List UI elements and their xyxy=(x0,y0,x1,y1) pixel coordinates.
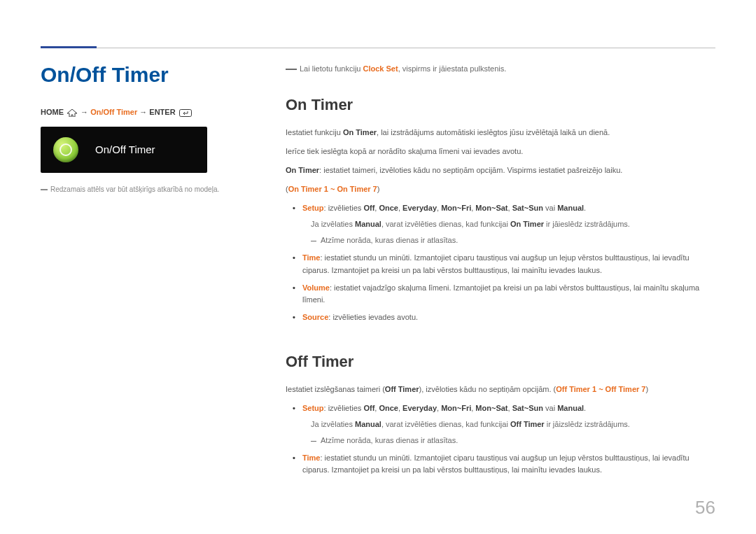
txt: : izvēlieties xyxy=(324,204,364,212)
txt-bold: Manual xyxy=(355,220,382,228)
txt: Ja izvēlaties xyxy=(311,220,355,228)
opt: Manual xyxy=(557,204,584,212)
left-footnote: Redzamais attēls var būt atšķirīgs atkar… xyxy=(41,185,251,193)
volume-label: Volume xyxy=(302,283,330,292)
enter-icon xyxy=(179,109,192,117)
on-setup-dash: Atzīme norāda, kuras dienas ir atlasītas… xyxy=(286,234,715,246)
on-timer-p2: Ierīce tiek ieslēgta kopā ar norādīto sk… xyxy=(286,146,715,157)
txt: : iestatiet taimeri, izvēloties kādu no … xyxy=(319,166,622,174)
opt: Once xyxy=(379,404,398,412)
txt: ir jāieslēdz izstrādājums. xyxy=(544,220,630,228)
on-timer-list2: Time: iestatiet stundu un minūti. Izmant… xyxy=(286,252,715,323)
txt: : izvēlieties ievades avotu. xyxy=(328,313,418,321)
txt: , varat izvēlēties dienas, kad funkcijai xyxy=(382,220,510,228)
txt: Iestatiet funkciju xyxy=(286,128,343,136)
off-timer-heading: Off Timer xyxy=(286,350,715,374)
opt: Off xyxy=(363,204,374,212)
off-timer-range: Off Timer 1 ~ Off Timer 7 xyxy=(556,385,645,393)
txt: Ja izvēlaties xyxy=(311,420,355,428)
off-timer-list: Setup: izvēlieties Off, Once, Everyday, … xyxy=(286,402,715,414)
txt: Atzīme norāda, kuras dienas ir atlasītas… xyxy=(321,236,458,244)
txt: : iestatiet vajadzīgo skaļuma līmeni. Iz… xyxy=(302,283,699,304)
left-column: On/Off Timer HOME → On/Off Timer → ENTER… xyxy=(41,63,251,506)
opt: Mon~Sat xyxy=(475,204,507,212)
txt: ), izvēloties kādu no septiņām opcijām. … xyxy=(419,385,556,393)
left-footnote-text: Redzamais attēls var būt atšķirīgs atkar… xyxy=(50,185,219,193)
list-item: Time: iestatiet stundu un minūti. Izmant… xyxy=(302,452,715,476)
off-timer-list2: Time: iestatiet stundu un minūti. Izmant… xyxy=(286,452,715,476)
breadcrumb: HOME → On/Off Timer → ENTER xyxy=(41,108,251,117)
on-timer-list: Setup: izvēlieties Off, Once, Everyday, … xyxy=(286,202,715,214)
page-number: 56 xyxy=(695,497,715,519)
top-divider-accent xyxy=(41,46,97,48)
setup-label: Setup xyxy=(302,404,324,412)
setup-label: Setup xyxy=(302,204,324,212)
txt-bold: Manual xyxy=(355,420,382,428)
lead-note-pre: Lai lietotu funkciju xyxy=(300,64,363,73)
txt: : izvēlieties xyxy=(324,404,364,412)
txt-bold: Off Timer xyxy=(510,420,545,428)
opt: Sat~Sun xyxy=(512,204,543,212)
breadcrumb-path: On/Off Timer xyxy=(90,108,137,116)
txt-bold: On Timer xyxy=(286,166,319,174)
opt: Everyday xyxy=(402,204,437,212)
right-column: Lai lietotu funkciju Clock Set, vispirms… xyxy=(286,63,715,506)
off-setup-dash: Atzīme norāda, kuras dienas ir atlasītas… xyxy=(286,435,715,447)
timer-clock-icon xyxy=(53,137,78,162)
txt: vai xyxy=(543,204,557,212)
on-timer-p3: On Timer: iestatiet taimeri, izvēloties … xyxy=(286,164,715,176)
txt-bold: On Timer xyxy=(510,220,544,228)
list-item: Source: izvēlieties ievades avotu. xyxy=(302,311,715,323)
lead-note: Lai lietotu funkciju Clock Set, vispirms… xyxy=(286,63,715,75)
breadcrumb-home: HOME xyxy=(41,108,64,116)
time-label: Time xyxy=(302,454,320,462)
txt: : iestatiet stundu un minūti. Izmantojie… xyxy=(302,454,690,474)
opt: Sat~Sun xyxy=(512,404,543,412)
page-title: On/Off Timer xyxy=(41,63,251,87)
off-setup-subnote: Ja izvēlaties Manual, varat izvēlēties d… xyxy=(286,419,715,430)
opt: Mon~Fri xyxy=(441,404,471,412)
txt: vai xyxy=(543,404,557,412)
opt: Everyday xyxy=(402,404,437,412)
opt: Mon~Sat xyxy=(475,404,507,412)
breadcrumb-enter: ENTER xyxy=(149,108,175,116)
list-item: Setup: izvēlieties Off, Once, Everyday, … xyxy=(302,202,715,214)
txt: ) xyxy=(645,385,648,393)
txt-bold: On Timer xyxy=(343,128,377,136)
lead-note-bold: Clock Set xyxy=(363,64,398,73)
on-timer-range-text: On Timer 1 ~ On Timer 7 xyxy=(288,185,377,193)
on-timer-range: (On Timer 1 ~ On Timer 7) xyxy=(286,183,715,195)
lead-note-post: , vispirms ir jāiestata pulkstenis. xyxy=(398,64,507,73)
off-timer-intro: Iestatiet izslēgšanas taimeri (Off Timer… xyxy=(286,384,715,395)
txt: : iestatiet stundu un minūti. Izmantojie… xyxy=(302,253,690,274)
opt: Once xyxy=(379,204,398,212)
opt: Manual xyxy=(557,404,584,412)
source-label: Source xyxy=(302,313,328,321)
txt: , varat izvēlēties dienas, kad funkcijai xyxy=(382,420,510,428)
txt: , lai izstrādājums automātiski ieslēgtos… xyxy=(377,128,610,136)
opt: Off xyxy=(363,404,374,412)
list-item: Volume: iestatiet vajadzīgo skaļuma līme… xyxy=(302,282,715,306)
feature-tile-label: On/Off Timer xyxy=(95,143,155,155)
txt: Atzīme norāda, kuras dienas ir atlasītas… xyxy=(321,436,458,444)
on-setup-subnote: Ja izvēlaties Manual, varat izvēlēties d… xyxy=(286,218,715,230)
txt: Iestatiet izslēgšanas taimeri ( xyxy=(286,385,385,393)
list-item: Time: iestatiet stundu un minūti. Izmant… xyxy=(302,252,715,276)
top-divider xyxy=(41,48,715,48)
page-body: On/Off Timer HOME → On/Off Timer → ENTER… xyxy=(41,63,715,506)
home-icon xyxy=(67,109,77,117)
opt: Mon~Fri xyxy=(441,204,471,212)
txt-bold: Off Timer xyxy=(385,385,419,393)
feature-tile: On/Off Timer xyxy=(41,127,207,173)
txt: ir jāizslēdz izstrādājums. xyxy=(545,420,630,428)
on-timer-heading: On Timer xyxy=(286,93,715,117)
list-item: Setup: izvēlieties Off, Once, Everyday, … xyxy=(302,402,715,414)
time-label: Time xyxy=(302,253,320,262)
on-timer-intro: Iestatiet funkciju On Timer, lai izstrād… xyxy=(286,127,715,139)
